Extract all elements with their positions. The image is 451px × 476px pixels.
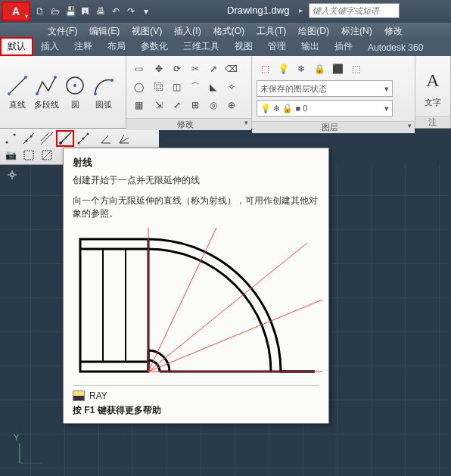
stretch-icon[interactable]: ⇲ bbox=[151, 97, 167, 114]
new-icon[interactable]: 🗋 bbox=[33, 5, 47, 18]
tab-parametric[interactable]: 参数化 bbox=[133, 37, 176, 56]
ellipse-icon[interactable]: ◯ bbox=[131, 79, 148, 95]
tool-camera-icon[interactable]: 📷 bbox=[2, 147, 20, 163]
extend-icon[interactable]: ↗ bbox=[205, 61, 222, 77]
tab-plugins[interactable]: 插件 bbox=[327, 37, 360, 56]
app-logo[interactable]: A▾ bbox=[2, 2, 30, 21]
chamfer-icon[interactable]: ◣ bbox=[205, 79, 222, 95]
tooltip-help: 按 F1 键获得更多帮助 bbox=[73, 404, 319, 417]
scale-icon[interactable]: ⤢ bbox=[169, 97, 185, 114]
arc-button[interactable]: 圆弧 bbox=[89, 73, 118, 110]
tab-autodesk360[interactable]: Autodesk 360 bbox=[360, 39, 431, 56]
svg-rect-23 bbox=[42, 151, 51, 160]
svg-point-21 bbox=[87, 133, 89, 135]
layer-off-icon[interactable]: 💡 bbox=[275, 61, 291, 77]
svg-point-13 bbox=[30, 135, 33, 138]
svg-point-2 bbox=[24, 76, 27, 79]
layer-prop-icon[interactable]: ⬚ bbox=[257, 61, 273, 77]
tool-angle1-icon[interactable] bbox=[97, 130, 115, 147]
fillet-icon[interactable]: ⌒ bbox=[187, 79, 204, 95]
title-bar: A▾ 🗋 🗁 💾 🖪 🖶 ↶ ↷ ▾ Drawing1.dwg ▸ bbox=[0, 0, 451, 23]
layer-freeze-icon[interactable]: ❄ bbox=[293, 61, 309, 77]
rotate-icon[interactable]: ⟳ bbox=[169, 61, 185, 77]
title-arrow-icon[interactable]: ▸ bbox=[299, 6, 303, 14]
line-button[interactable]: 直线 bbox=[3, 73, 32, 110]
erase-icon[interactable]: ⌫ bbox=[223, 61, 240, 77]
tool-point-icon[interactable] bbox=[2, 130, 20, 147]
panel-modify-title: 修改▾ bbox=[126, 118, 252, 130]
layer-state-combo[interactable]: 未保存的图层状态▾ bbox=[257, 80, 393, 97]
layer-lock-icon[interactable]: 🔒 bbox=[311, 61, 328, 77]
hatch-icon[interactable]: ▦ bbox=[131, 97, 148, 114]
offset-icon[interactable]: ◎ bbox=[205, 97, 222, 114]
layer-match-icon[interactable]: ⬛ bbox=[329, 61, 346, 77]
mirror-icon[interactable]: ◫ bbox=[169, 79, 185, 95]
tab-default[interactable]: 默认 bbox=[0, 37, 33, 56]
join-icon[interactable]: ⊕ bbox=[223, 97, 240, 114]
tool-region2-icon[interactable] bbox=[38, 147, 56, 163]
layer-iso-icon[interactable]: ⬚ bbox=[347, 61, 364, 77]
svg-line-11 bbox=[23, 133, 34, 144]
trim-icon[interactable]: ✂ bbox=[187, 61, 204, 77]
quick-access-toolbar: 🗋 🗁 💾 🖪 🖶 ↶ ↷ ▾ bbox=[33, 5, 153, 18]
ribbon: 直线 多段线 圆 圆弧 ▭ ◯ ▦ bbox=[0, 56, 451, 129]
tab-annotate[interactable]: 注释 bbox=[67, 37, 100, 56]
tab-3dtools[interactable]: 三维工具 bbox=[176, 37, 227, 56]
tool-ray-button[interactable] bbox=[56, 130, 74, 147]
circle-icon bbox=[63, 73, 87, 98]
layer-current-combo[interactable]: 💡 ❄ 🔓 ■ 0▾ bbox=[257, 100, 393, 117]
tab-view[interactable]: 视图 bbox=[227, 37, 260, 56]
tooltip-command: RAY bbox=[89, 390, 107, 401]
svg-point-1 bbox=[8, 92, 11, 95]
ribbon-tabs: 默认 插入 注释 布局 参数化 三维工具 视图 管理 输出 插件 Autodes… bbox=[0, 39, 451, 56]
panel-layers: ⬚ 💡 ❄ 🔒 ⬛ ⬚ 未保存的图层状态▾ 💡 ❄ 🔓 ■ 0▾ 图层▾ bbox=[252, 56, 415, 128]
panel-modify: ▭ ◯ ▦ ✥ ⟳ ✂ ↗ ⌫ ⿻ ◫ ⌒ ◣ ✧ ⇲ ⤢ ⊞ bbox=[126, 56, 253, 128]
svg-point-12 bbox=[26, 140, 28, 142]
svg-line-39 bbox=[148, 300, 322, 372]
tab-insert[interactable]: 插入 bbox=[33, 37, 67, 56]
svg-point-8 bbox=[110, 79, 114, 82]
explode-icon[interactable]: ✧ bbox=[223, 79, 240, 95]
save-icon[interactable]: 💾 bbox=[64, 5, 77, 18]
polyline-button[interactable]: 多段线 bbox=[32, 73, 61, 110]
svg-line-24 bbox=[42, 151, 51, 160]
tab-layout[interactable]: 布局 bbox=[100, 37, 133, 56]
svg-point-20 bbox=[82, 138, 85, 140]
tool-angle2-icon[interactable] bbox=[115, 130, 133, 147]
panel-annotation-title: 注 bbox=[415, 116, 450, 128]
tooltip-illustration bbox=[73, 228, 322, 379]
rectangle-icon[interactable]: ▭ bbox=[131, 61, 148, 77]
svg-line-16 bbox=[61, 132, 71, 143]
print-icon[interactable]: 🖶 bbox=[94, 5, 107, 18]
line-icon bbox=[5, 73, 30, 98]
svg-line-15 bbox=[41, 132, 49, 141]
search-input[interactable] bbox=[309, 3, 400, 18]
tool-xline-icon[interactable] bbox=[38, 130, 56, 147]
panel-draw: 直线 多段线 圆 圆弧 bbox=[0, 56, 126, 128]
move-icon[interactable]: ✥ bbox=[151, 61, 167, 77]
tooltip-subtitle: 创建开始于一点并无限延伸的线 bbox=[73, 174, 319, 187]
saveas-icon[interactable]: 🖪 bbox=[79, 5, 92, 18]
tab-output[interactable]: 输出 bbox=[294, 37, 327, 56]
tool-divide-icon[interactable] bbox=[20, 130, 38, 147]
qat-dropdown-icon[interactable]: ▾ bbox=[139, 5, 153, 18]
command-icon bbox=[73, 390, 85, 401]
tab-manage[interactable]: 管理 bbox=[260, 37, 294, 56]
menu-modify[interactable]: 修改 bbox=[378, 23, 409, 40]
array-icon[interactable]: ⊞ bbox=[187, 97, 204, 114]
tool-measure-icon[interactable] bbox=[74, 130, 92, 147]
circle-button[interactable]: 圆 bbox=[61, 73, 89, 110]
open-icon[interactable]: 🗁 bbox=[48, 5, 62, 18]
text-button[interactable]: A 文字 bbox=[418, 64, 447, 108]
redo-icon[interactable]: ↷ bbox=[124, 5, 138, 18]
panel-layers-title: 图层▾ bbox=[252, 121, 415, 133]
document-title: Drawing1.dwg bbox=[227, 5, 289, 16]
copy-icon[interactable]: ⿻ bbox=[151, 79, 167, 95]
tooltip-description: 向一个方向无限延伸的直线（称为射线），可用作创建其他对象的参照。 bbox=[73, 194, 319, 220]
undo-icon[interactable]: ↶ bbox=[109, 5, 123, 18]
tooltip-title: 射线 bbox=[73, 156, 319, 170]
svg-point-6 bbox=[73, 84, 76, 87]
tooltip-panel: 射线 创建开始于一点并无限延伸的线 向一个方向无限延伸的直线（称为射线），可用作… bbox=[63, 148, 329, 424]
svg-rect-22 bbox=[24, 151, 33, 160]
tool-region1-icon[interactable] bbox=[20, 147, 38, 163]
